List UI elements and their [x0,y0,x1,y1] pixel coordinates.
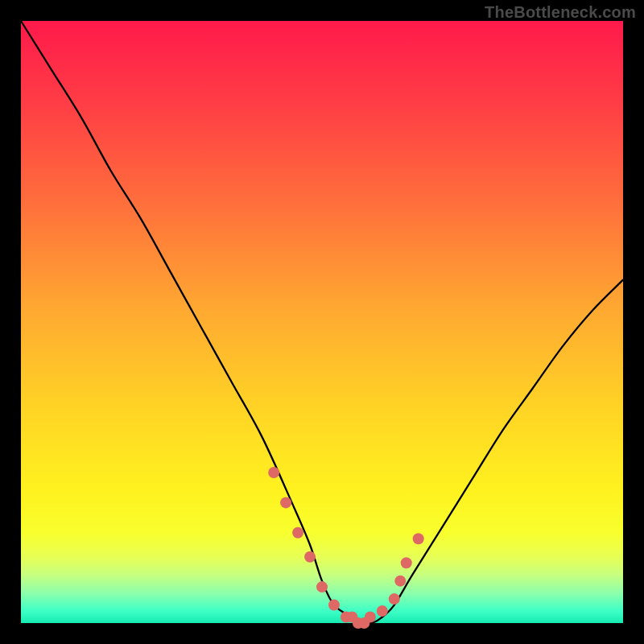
watermark-text: TheBottleneck.com [485,3,636,22]
bottleneck-curve [21,21,623,623]
curve-marker [328,600,340,611]
plot-area [21,21,623,623]
curve-marker [280,497,291,508]
curve-marker [401,557,412,568]
curve-marker [394,576,406,587]
curve-marker [268,467,279,478]
curve-marker [316,581,328,592]
curve-svg [21,21,623,623]
curve-marker [365,612,376,623]
curve-marker [413,533,424,544]
curve-marker [304,551,316,563]
curve-marker [389,593,400,605]
curve-marker [292,527,303,539]
curve-marker [377,605,388,617]
outer-frame: TheBottleneck.com [0,0,644,644]
